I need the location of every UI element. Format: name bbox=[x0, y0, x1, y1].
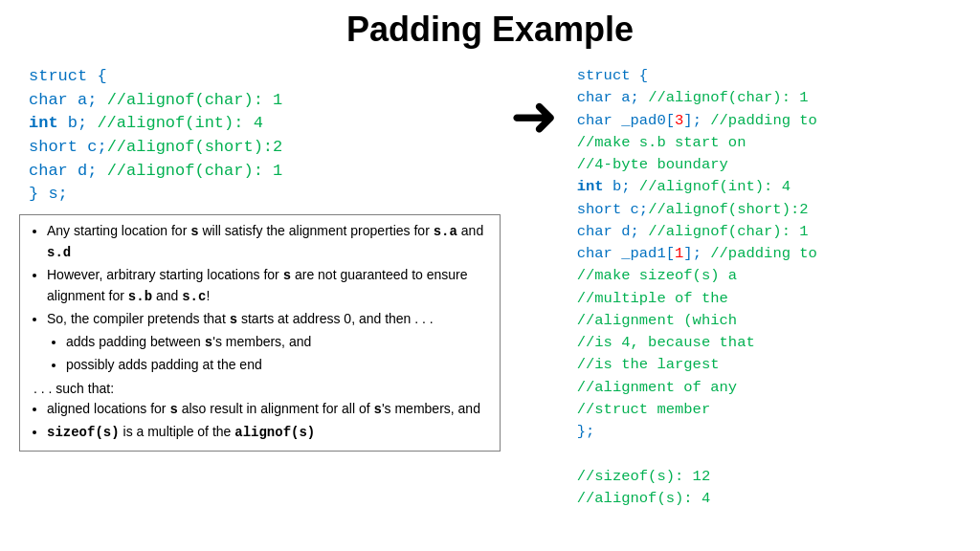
content-row: struct { char a; //alignof(char): 1 int … bbox=[19, 59, 961, 541]
right-panel: struct { char a; //alignof(char): 1 char… bbox=[568, 59, 961, 516]
arrow-container: ➜ bbox=[501, 59, 568, 145]
alignof-comment: //alignof(s): 4 bbox=[577, 488, 951, 510]
bullet-3: So, the compiler pretends that s starts … bbox=[47, 309, 490, 375]
bullet-2: However, arbitrary starting locations fo… bbox=[47, 265, 490, 307]
page: Padding Example struct { char a; //align… bbox=[0, 0, 980, 551]
page-title: Padding Example bbox=[19, 10, 961, 50]
bullet-4a: aligned locations for s also result in a… bbox=[47, 399, 490, 420]
sizeof-comment: //sizeof(s): 12 bbox=[577, 466, 951, 488]
left-code-block: struct { char a; //alignof(char): 1 int … bbox=[19, 59, 501, 212]
right-arrow-icon: ➜ bbox=[510, 88, 558, 145]
right-code-block: struct { char a; //alignof(char): 1 char… bbox=[568, 59, 961, 516]
bullet-4b: sizeof(s) is a multiple of the alignof(s… bbox=[47, 422, 490, 443]
bullet-box: Any starting location for s will satisfy… bbox=[19, 214, 501, 452]
bullet-3a: adds padding between s's members, and bbox=[66, 332, 490, 353]
bullet-1: Any starting location for s will satisfy… bbox=[47, 221, 490, 263]
bullet-3b: possibly adds padding at the end bbox=[66, 355, 490, 375]
left-panel: struct { char a; //alignof(char): 1 int … bbox=[19, 59, 501, 452]
ellipsis-text: . . . such that: bbox=[33, 379, 490, 399]
